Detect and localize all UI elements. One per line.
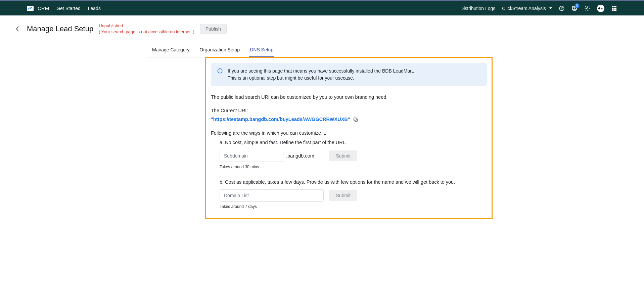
option-b-heading: b. Cost as applicable, takes a few days.… xyxy=(220,179,487,185)
apps-grid-icon[interactable] xyxy=(611,5,617,11)
highlighted-panel: If you are seeing this page that means y… xyxy=(205,57,493,219)
svg-rect-6 xyxy=(613,6,615,7)
tab-organization-setup[interactable]: Organization Setup xyxy=(199,42,240,57)
svg-rect-7 xyxy=(615,6,616,7)
svg-rect-9 xyxy=(613,8,615,9)
svg-point-3 xyxy=(598,7,600,9)
app-logo-icon xyxy=(27,6,34,11)
submit-domain-button[interactable]: Submit xyxy=(329,190,357,201)
status-line2: ( Your search page is not accessible on … xyxy=(99,29,194,35)
tabs: Manage Category Organization Setup DNS S… xyxy=(147,42,497,57)
domain-list-input[interactable] xyxy=(220,189,324,202)
inbox-icon[interactable]: 0 xyxy=(571,5,578,11)
user-avatar[interactable]: db xyxy=(597,5,604,12)
svg-rect-13 xyxy=(615,9,616,11)
copy-icon[interactable] xyxy=(353,117,358,122)
submit-subdomain-button[interactable]: Submit xyxy=(329,150,357,161)
inbox-badge: 0 xyxy=(575,3,580,8)
current-uri-label: The Current URI: xyxy=(211,108,487,113)
subdomain-suffix: .bangdb.com xyxy=(286,153,314,159)
back-button[interactable] xyxy=(13,25,21,33)
option-b-helper: Takes around 7 days xyxy=(220,204,487,209)
svg-rect-5 xyxy=(612,6,613,7)
intro-text: The public lead search URI can be custom… xyxy=(211,94,487,100)
nav-clickstream-label: ClickStream Analysis xyxy=(502,6,546,11)
tab-dns-setup[interactable]: DNS Setup xyxy=(249,42,274,57)
app-brand[interactable]: CRM xyxy=(38,5,49,11)
nav-leads[interactable]: Leads xyxy=(88,6,101,11)
svg-point-1 xyxy=(561,9,562,10)
info-banner: If you are seeing this page that means y… xyxy=(211,63,487,86)
svg-rect-10 xyxy=(615,8,616,9)
svg-point-2 xyxy=(587,7,588,9)
settings-icon[interactable] xyxy=(584,5,590,11)
info-icon xyxy=(217,68,223,82)
svg-text:db: db xyxy=(601,8,603,10)
help-icon[interactable] xyxy=(559,5,565,11)
page-title: Manage Lead Setup xyxy=(27,25,93,33)
subdomain-input[interactable] xyxy=(220,150,283,162)
status-line1: Unpublished xyxy=(99,23,194,29)
publish-status: Unpublished ( Your search page is not ac… xyxy=(99,23,194,35)
nav-clickstream-analysis[interactable]: ClickStream Analysis xyxy=(502,6,552,11)
option-a-heading: a. No cost, simple and fast. Define the … xyxy=(220,140,487,145)
svg-point-16 xyxy=(220,70,220,70)
svg-rect-12 xyxy=(613,9,615,11)
page-header: Manage Lead Setup Unpublished ( Your sea… xyxy=(0,15,644,42)
nav-distribution-logs[interactable]: Distribution Logs xyxy=(460,6,495,11)
info-line2: This is an optional step but might be us… xyxy=(228,75,414,82)
chevron-down-icon xyxy=(549,7,552,9)
info-line1: If you are seeing this page that means y… xyxy=(228,68,414,75)
svg-rect-11 xyxy=(612,9,613,11)
tab-manage-category[interactable]: Manage Category xyxy=(151,42,190,57)
ways-intro: Following are the ways in which you can … xyxy=(211,130,487,136)
current-uri-link[interactable]: "https://testamp.bangdb.com/buyLeads/AWG… xyxy=(211,117,350,122)
nav-get-started[interactable]: Get Started xyxy=(56,6,81,11)
top-navbar: CRM Get Started Leads Distribution Logs … xyxy=(0,1,644,15)
publish-button[interactable]: Publish xyxy=(200,24,227,34)
svg-rect-8 xyxy=(612,8,613,9)
option-a-helper: Takes around 30 mins xyxy=(220,165,487,169)
